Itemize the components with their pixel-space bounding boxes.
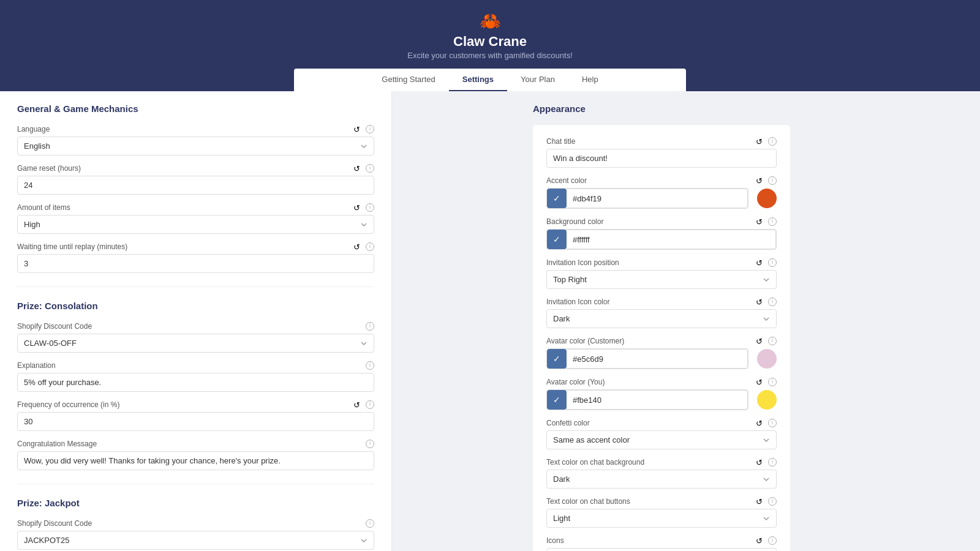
invitation-icon-color-select[interactable]: Dark: [546, 309, 777, 328]
text-color-chat-buttons-label: Text color on chat buttons: [546, 497, 630, 506]
avatar-color-you-reset-icon[interactable]: ↺: [756, 378, 764, 386]
icons-label-row: Icons ↺ i: [546, 536, 777, 545]
waiting-time-info-icon[interactable]: i: [366, 242, 374, 251]
icons-info-icon[interactable]: i: [768, 536, 777, 545]
avatar-color-customer-reset-icon[interactable]: ↺: [756, 337, 764, 345]
waiting-time-reset-icon[interactable]: ↺: [353, 242, 362, 251]
amount-items-field-group: Amount of items ↺ i High: [17, 203, 374, 234]
consolation-congratulation-input[interactable]: [17, 451, 374, 470]
icons-icons: ↺ i: [756, 536, 777, 545]
text-color-chat-buttons-info-icon[interactable]: i: [768, 497, 777, 506]
middle-spacer: [392, 91, 514, 551]
accent-color-box: ✓: [546, 188, 748, 209]
accent-color-row: ✓: [546, 188, 777, 209]
app-header: 🦀 Claw Crane Excite your customers with …: [0, 0, 980, 91]
avatar-color-customer-check-btn[interactable]: ✓: [547, 349, 567, 369]
text-color-chat-buttons-reset-icon[interactable]: ↺: [756, 497, 764, 506]
amount-items-label-row: Amount of items ↺ i: [17, 203, 374, 212]
icons-reset-icon[interactable]: ↺: [756, 536, 764, 545]
language-reset-icon[interactable]: ↺: [353, 125, 362, 133]
background-color-check-btn[interactable]: ✓: [547, 230, 567, 249]
chat-title-info-icon[interactable]: i: [768, 137, 777, 146]
avatar-color-customer-label-row: Avatar color (Customer) ↺ i: [546, 337, 777, 345]
confetti-color-select[interactable]: Same as accent color: [546, 430, 777, 449]
confetti-color-reset-icon[interactable]: ↺: [756, 419, 764, 427]
consolation-congratulation-info-icon[interactable]: i: [366, 440, 374, 448]
invitation-icon-position-reset-icon[interactable]: ↺: [756, 258, 764, 267]
language-info-icon[interactable]: i: [366, 125, 374, 133]
text-color-chat-buttons-select[interactable]: Light: [546, 509, 777, 528]
avatar-color-you-swatch[interactable]: [757, 390, 777, 410]
consolation-discount-label-row: Shopify Discount Code i: [17, 322, 374, 331]
amount-items-info-icon[interactable]: i: [366, 203, 374, 212]
confetti-color-info-icon[interactable]: i: [768, 419, 777, 427]
game-reset-info-icon[interactable]: i: [366, 164, 374, 173]
jackpot-discount-select[interactable]: JACKPOT25: [17, 531, 374, 550]
waiting-time-input[interactable]: [17, 254, 374, 273]
language-label: Language: [17, 125, 50, 133]
invitation-icon-position-select[interactable]: Top Right: [546, 270, 777, 289]
avatar-color-you-input[interactable]: [567, 390, 748, 410]
text-color-chat-bg-icons: ↺ i: [756, 458, 777, 467]
consolation-explanation-input[interactable]: [17, 373, 374, 392]
invitation-icon-color-reset-icon[interactable]: ↺: [756, 298, 764, 306]
text-color-chat-bg-select[interactable]: Dark: [546, 470, 777, 489]
avatar-color-you-check-btn[interactable]: ✓: [547, 390, 567, 410]
consolation-discount-select[interactable]: CLAW-05-OFF: [17, 334, 374, 353]
appearance-section: Chat title ↺ i Accent color ↺ i: [533, 125, 790, 551]
background-color-reset-icon[interactable]: ↺: [756, 217, 764, 226]
invitation-icon-position-label-row: Invitation Icon position ↺ i: [546, 258, 777, 267]
confetti-color-icons: ↺ i: [756, 419, 777, 427]
accent-color-swatch[interactable]: [757, 189, 777, 208]
tab-settings[interactable]: Settings: [449, 69, 507, 91]
tab-help[interactable]: Help: [568, 69, 612, 91]
avatar-color-customer-field: Avatar color (Customer) ↺ i ✓: [546, 337, 777, 369]
tab-your-plan[interactable]: Your Plan: [507, 69, 568, 91]
invitation-icon-color-info-icon[interactable]: i: [768, 298, 777, 306]
amount-items-select[interactable]: High: [17, 215, 374, 234]
jackpot-discount-info-icon[interactable]: i: [366, 519, 374, 528]
accent-color-reset-icon[interactable]: ↺: [756, 176, 764, 185]
background-color-info-icon[interactable]: i: [768, 217, 777, 226]
text-color-chat-bg-info-icon[interactable]: i: [768, 458, 777, 467]
accent-color-checkmark: ✓: [553, 193, 560, 203]
avatar-color-you-box: ✓: [546, 389, 748, 410]
invitation-icon-color-label-row: Invitation Icon color ↺ i: [546, 298, 777, 306]
background-color-input[interactable]: [567, 230, 776, 249]
avatar-color-customer-input[interactable]: [567, 349, 748, 369]
avatar-color-customer-row: ✓: [546, 348, 777, 369]
icons-select[interactable]: Shopping: [546, 548, 777, 551]
accent-color-input[interactable]: [567, 189, 748, 208]
text-color-chat-buttons-icons: ↺ i: [756, 497, 777, 506]
avatar-color-you-row: ✓: [546, 389, 777, 410]
text-color-chat-bg-field: Text color on chat background ↺ i Dark: [546, 458, 777, 489]
avatar-color-customer-swatch[interactable]: [757, 349, 777, 369]
avatar-color-you-field: Avatar color (You) ↺ i ✓: [546, 378, 777, 410]
consolation-explanation-label: Explanation: [17, 361, 56, 370]
consolation-frequency-input[interactable]: [17, 412, 374, 431]
jackpot-discount-icons: i: [366, 519, 374, 528]
amount-items-reset-icon[interactable]: ↺: [353, 203, 362, 212]
tab-getting-started[interactable]: Getting Started: [368, 69, 448, 91]
divider-consolation: [17, 287, 374, 287]
game-reset-input[interactable]: [17, 176, 374, 195]
chat-title-reset-icon[interactable]: ↺: [756, 137, 764, 146]
language-select[interactable]: English: [17, 137, 374, 156]
consolation-frequency-field-group: Frequency of occurrence (in %) ↺ i: [17, 400, 374, 431]
avatar-color-you-info-icon[interactable]: i: [768, 378, 777, 386]
chat-title-input[interactable]: [546, 149, 777, 168]
avatar-color-customer-info-icon[interactable]: i: [768, 337, 777, 345]
consolation-discount-info-icon[interactable]: i: [366, 322, 374, 331]
accent-color-check-btn[interactable]: ✓: [547, 189, 567, 208]
consolation-explanation-info-icon[interactable]: i: [366, 361, 374, 370]
consolation-frequency-label-row: Frequency of occurrence (in %) ↺ i: [17, 400, 374, 409]
game-reset-reset-icon[interactable]: ↺: [353, 164, 362, 173]
divider-jackpot: [17, 484, 374, 484]
consolation-frequency-info-icon[interactable]: i: [366, 400, 374, 409]
invitation-icon-position-info-icon[interactable]: i: [768, 258, 777, 267]
text-color-chat-bg-reset-icon[interactable]: ↺: [756, 458, 764, 467]
consolation-frequency-reset-icon[interactable]: ↺: [353, 400, 362, 409]
accent-color-info-icon[interactable]: i: [768, 176, 777, 185]
invitation-icon-color-field: Invitation Icon color ↺ i Dark: [546, 298, 777, 328]
left-panel: General & Game Mechanics Language ↺ i En…: [0, 91, 392, 551]
